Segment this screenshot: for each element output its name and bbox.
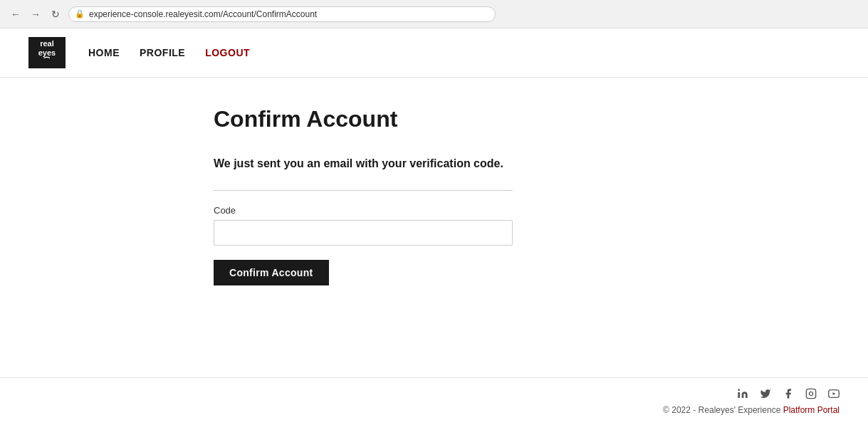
linkedin-icon[interactable]: [737, 388, 748, 399]
code-label: Code: [214, 205, 513, 216]
confirm-account-button[interactable]: Confirm Account: [214, 260, 329, 285]
divider: [214, 190, 513, 191]
lock-icon: 🔒: [75, 9, 85, 19]
app-wrapper: realeyes ⁀ HOME PROFILE LOGOUT Confirm A…: [0, 28, 868, 425]
logo-text: realeyes: [38, 39, 56, 58]
svg-rect-1: [806, 389, 815, 398]
nav-links: HOME PROFILE LOGOUT: [88, 47, 250, 58]
nav-home[interactable]: HOME: [88, 47, 120, 58]
browser-chrome: ← → ↻ 🔒 experience-console.realeyesit.co…: [0, 0, 868, 28]
footer-portal-link[interactable]: Platform Portal: [783, 405, 840, 415]
svg-point-0: [738, 389, 740, 391]
reload-button[interactable]: ↻: [48, 7, 63, 21]
instagram-icon[interactable]: [805, 388, 817, 399]
social-icons: [737, 388, 840, 399]
code-form-group: Code: [214, 205, 513, 246]
logo[interactable]: realeyes ⁀: [28, 37, 66, 68]
back-button[interactable]: ←: [9, 7, 23, 21]
description-text: We just sent you an email with your veri…: [214, 154, 513, 173]
nav-logout[interactable]: LOGOUT: [205, 47, 250, 58]
code-input[interactable]: [214, 220, 513, 246]
youtube-icon[interactable]: [828, 388, 840, 399]
nav-profile[interactable]: PROFILE: [140, 47, 185, 58]
address-bar[interactable]: 🔒 experience-console.realeyesit.com/Acco…: [68, 6, 496, 22]
footer-copyright: © 2022 - Realeyes' Experience Platform P…: [663, 405, 840, 415]
forward-button[interactable]: →: [28, 7, 43, 21]
facebook-icon[interactable]: [783, 388, 794, 399]
svg-marker-3: [833, 392, 836, 395]
page-title: Confirm Account: [214, 106, 832, 132]
twitter-icon[interactable]: [760, 388, 771, 399]
main-content: Confirm Account We just sent you an emai…: [0, 78, 868, 377]
navbar: realeyes ⁀ HOME PROFILE LOGOUT: [0, 28, 868, 78]
footer: © 2022 - Realeyes' Experience Platform P…: [0, 377, 868, 425]
logo-smile: ⁀: [38, 58, 56, 66]
url-text: experience-console.realeyesit.com/Accoun…: [89, 9, 317, 19]
